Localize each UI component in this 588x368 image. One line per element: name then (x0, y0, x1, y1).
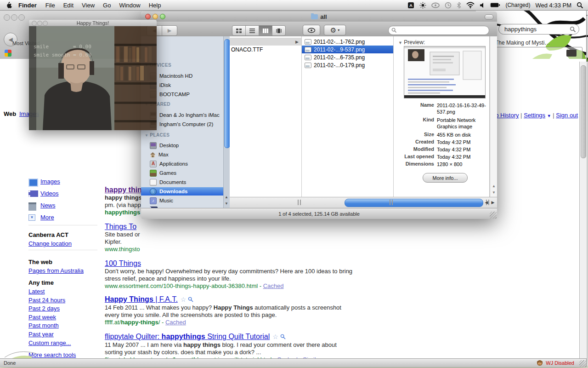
browser-resize-grip[interactable] (579, 360, 586, 367)
menu-help[interactable]: Help (145, 2, 165, 9)
preview-scrollbar-track[interactable]: ▲ ▼ (490, 36, 497, 197)
sidebar-item-games[interactable]: Games (141, 169, 223, 177)
browser-close-button[interactable] (4, 14, 10, 21)
sidebar-past-2-days[interactable]: Past 2 days (28, 305, 60, 312)
cached-link[interactable]: Cached (165, 319, 186, 326)
sidebar-item-applications[interactable]: AApplications (141, 160, 223, 168)
webcam-minimize-button[interactable] (37, 21, 42, 26)
browser-zoom-button[interactable] (18, 14, 25, 21)
browser-search-field[interactable] (498, 24, 579, 34)
star-icon[interactable]: ☆ (181, 296, 187, 303)
column-resize-handle[interactable] (298, 200, 301, 205)
sidebar-custom-range[interactable]: Custom range... (28, 339, 71, 346)
column-resize-handle[interactable] (390, 200, 393, 205)
sidebar-scrollbar[interactable] (223, 36, 230, 208)
result-title[interactable]: Things To (105, 222, 369, 231)
horizontal-scrollbar-thumb[interactable] (345, 199, 483, 207)
result-title[interactable]: flippytale Quilter: happythings String Q… (105, 332, 369, 341)
preview-header[interactable]: ▼ Preview: (398, 39, 425, 46)
sidebar-change-location[interactable]: Change location (28, 240, 72, 247)
more-info-button[interactable]: More info... (423, 173, 468, 183)
bookmarks-bar-item[interactable]: The Making of Mysti… (495, 40, 577, 46)
instant-preview-icon[interactable] (280, 334, 286, 339)
list-view-button[interactable] (246, 26, 259, 35)
finder-close-button[interactable] (145, 14, 151, 19)
disclosure-triangle-icon[interactable]: ▼ (398, 40, 402, 45)
menu-go[interactable]: Go (99, 2, 115, 9)
battery-icon[interactable] (490, 2, 500, 8)
quick-look-button[interactable] (303, 25, 320, 35)
result-title[interactable]: Happy Things | F.A.T.☆ (105, 295, 369, 304)
apple-menu-icon[interactable] (6, 1, 12, 9)
volume-icon[interactable] (480, 2, 485, 8)
finder-resize-grip[interactable] (490, 212, 497, 218)
sidebar-past-month[interactable]: Past month (28, 322, 59, 329)
webcam-zoom-button[interactable] (43, 21, 48, 26)
horizontal-scrollbar[interactable]: ◀ ▶ (230, 197, 497, 208)
menu-bar-clock[interactable]: Wed 4:33 PM (535, 2, 571, 9)
webcam-title-bar[interactable]: Happy Things! (29, 20, 157, 26)
sidebar-pages-australia[interactable]: Pages from Australia (28, 267, 84, 274)
bluetooth-icon[interactable] (457, 2, 461, 9)
file-row-4[interactable]: 2011-02-...0-179.png (302, 61, 393, 69)
menu-file[interactable]: File (41, 2, 59, 9)
file-row-2-selected[interactable]: 2011-02-...9-537.png (302, 46, 393, 53)
file-row-3[interactable]: 2011-02-...6-735.png (302, 53, 393, 61)
sidebar-item-more[interactable]: More (40, 214, 54, 221)
time-machine-icon[interactable] (445, 2, 452, 9)
browser-scrollbar-thumb[interactable] (581, 65, 586, 158)
scroll-up-arrow[interactable]: ▲ (223, 194, 230, 201)
toolbar-toggle-button[interactable] (485, 14, 493, 20)
scroll-right-arrow[interactable]: ▶ (490, 198, 496, 207)
browser-minimize-button[interactable] (11, 14, 17, 21)
sidebar-item-music[interactable]: ♪Music (141, 196, 223, 205)
star-icon[interactable]: ☆ (272, 333, 278, 340)
sidebar-item-documents[interactable]: Documents (141, 178, 223, 186)
battery-status-text[interactable]: (Charged) (505, 2, 530, 8)
camtwist-eye-icon[interactable] (431, 2, 440, 8)
instant-preview-icon[interactable] (188, 297, 193, 302)
column-view-button[interactable] (259, 26, 272, 35)
sidebar-item-desktop[interactable]: Desktop (141, 141, 223, 150)
finder-search-input[interactable] (399, 27, 486, 34)
menu-app-name[interactable]: Finder (14, 2, 41, 9)
sidebar-item-news[interactable]: News (40, 202, 56, 209)
sign-out-link[interactable]: Sign out (556, 112, 578, 119)
scroll-down-arrow[interactable]: ▼ (223, 201, 230, 207)
forward-button[interactable]: ▶ (162, 26, 177, 35)
scroll-up-arrow[interactable]: ▲ (491, 183, 497, 190)
scroll-left-arrow[interactable]: ◀ (483, 198, 490, 207)
settings-link[interactable]: Settings (524, 112, 545, 119)
places-header[interactable]: ▼PLACES (145, 132, 170, 138)
settings-dropdown-icon[interactable]: ▼ (547, 114, 551, 118)
browser-tab-inactive[interactable] (494, 47, 582, 59)
brightness-icon[interactable] (419, 2, 426, 9)
browser-search-input[interactable] (503, 25, 570, 33)
finder-zoom-button[interactable] (160, 14, 165, 19)
view-mode-buttons[interactable] (232, 25, 286, 36)
action-gear-button[interactable]: ⚙ ▾ (324, 25, 346, 35)
wj-disabled-status[interactable]: WJ Disabled (546, 360, 574, 366)
sidebar-past-week[interactable]: Past week (28, 314, 56, 321)
file-row-monaco[interactable]: ONACO.TTF (230, 46, 301, 53)
webcam-close-button[interactable] (32, 21, 37, 26)
sidebar-latest[interactable]: Latest (28, 288, 45, 295)
finder-minimize-button[interactable] (153, 14, 158, 19)
file-row-1[interactable]: 2011-02-...1-762.png (302, 38, 393, 46)
menu-window[interactable]: Window (115, 2, 144, 9)
input-menu-icon[interactable]: A (407, 2, 414, 9)
finder-title-bar[interactable]: all (141, 12, 497, 22)
selected-folder-row[interactable]: ▶ (230, 38, 301, 46)
browser-scrollbar[interactable] (579, 62, 587, 358)
menu-view[interactable]: View (78, 2, 99, 9)
sidebar-item-images[interactable]: Images (40, 178, 60, 185)
preview-thumbnail[interactable] (404, 46, 486, 98)
cached-link[interactable]: Cached (263, 282, 284, 289)
sidebar-item-downloads-selected[interactable]: ↓Downloads (141, 187, 223, 196)
scroll-down-arrow[interactable]: ▼ (491, 190, 497, 196)
spotlight-icon[interactable] (577, 2, 583, 9)
menu-edit[interactable]: Edit (59, 2, 78, 9)
disclosure-triangle-icon[interactable]: ▼ (145, 133, 148, 138)
icon-view-button[interactable] (232, 26, 246, 35)
sidebar-past-year[interactable]: Past year (28, 331, 54, 338)
